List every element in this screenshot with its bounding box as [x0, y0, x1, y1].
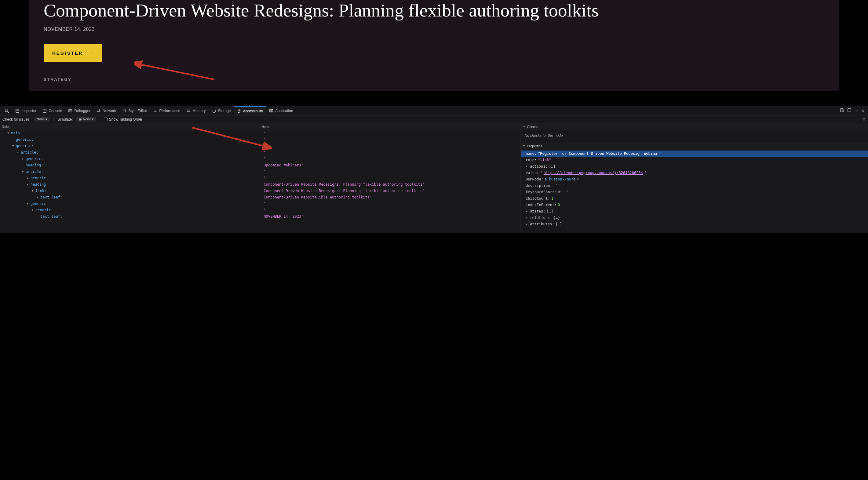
tree-header-name: Name — [260, 125, 521, 129]
property-value[interactable]: value: "https://atendesigngroup.zoom.us/… — [523, 170, 866, 176]
debugger-icon — [68, 109, 72, 113]
tab-debugger[interactable]: Debugger — [65, 106, 93, 115]
tab-console[interactable]: Console — [39, 106, 65, 115]
svg-point-7 — [239, 109, 240, 110]
property-attributes[interactable]: ▶ attributes: {…} — [523, 221, 866, 227]
property-child-count[interactable]: childCount: 1 — [523, 195, 866, 202]
checks-header[interactable]: ▼ Checks — [521, 123, 868, 130]
tab-style-editor[interactable]: Style Editor — [119, 106, 150, 115]
simulate-dropdown[interactable]: ◉ None ▾ — [76, 117, 96, 122]
devtools-tab-bar: Inspector Console Debugger Network Style… — [0, 106, 868, 116]
pick-element-icon — [5, 109, 9, 113]
settings-gear-icon[interactable]: ⚙ — [862, 117, 866, 122]
tree-row[interactable]: ▼article:"" — [0, 168, 521, 175]
checks-none-text: No checks for this node. — [523, 131, 866, 141]
memory-icon — [186, 109, 191, 113]
close-devtools-icon[interactable]: ✕ — [861, 109, 864, 113]
property-name[interactable]: name: "Register for Component Driven Web… — [521, 151, 868, 157]
tab-inspector[interactable]: Inspector — [12, 106, 39, 115]
svg-rect-8 — [270, 109, 271, 110]
simulate-label: Simulate: — [57, 117, 73, 122]
eye-icon: ◉ — [79, 117, 82, 121]
devtools-panel: Inspector Console Debugger Network Style… — [0, 106, 868, 233]
svg-rect-5 — [187, 110, 190, 111]
properties-header[interactable]: ▼ Properties — [521, 142, 868, 149]
accessibility-panels: Role Name ▼main:""generic:""▼generic:""▼… — [0, 123, 868, 233]
arrow-right-icon: → — [87, 50, 94, 56]
svg-rect-12 — [840, 109, 843, 112]
svg-point-6 — [213, 109, 215, 110]
accessibility-icon — [237, 109, 241, 113]
property-relations[interactable]: ▶ relations: {…} — [523, 215, 866, 221]
target-icon[interactable]: ⊙ — [577, 176, 579, 183]
accessibility-toolbar: Check for issues: None ▾ Simulate: ◉ Non… — [0, 116, 868, 123]
svg-rect-14 — [848, 109, 851, 112]
property-description[interactable]: description: "" — [523, 183, 866, 189]
property-states[interactable]: ▶ states: […] — [523, 208, 866, 215]
tab-memory[interactable]: Memory — [183, 106, 209, 115]
storage-icon — [212, 109, 216, 113]
svg-rect-9 — [272, 109, 273, 110]
tab-application[interactable]: Application — [266, 106, 296, 115]
tree-row[interactable]: ▼generic:"" — [0, 143, 521, 149]
application-icon — [269, 109, 273, 113]
network-icon — [96, 109, 101, 113]
tab-network[interactable]: Network — [93, 106, 119, 115]
svg-rect-11 — [272, 111, 273, 112]
check-issues-label: Check for issues: — [2, 117, 31, 122]
style-editor-icon — [122, 109, 126, 113]
tab-storage[interactable]: Storage — [209, 106, 234, 115]
tree-row[interactable]: text leaf:"NOVEMBER 14, 2023" — [0, 214, 521, 220]
check-issues-dropdown[interactable]: None ▾ — [34, 117, 50, 122]
webpage-content: Component-Driven Website Redesigns: Plan… — [29, 0, 839, 91]
tree-row[interactable]: ▼link:"Component-Driven Website Redesign… — [0, 188, 521, 194]
tree-row[interactable]: generic:"" — [0, 136, 521, 143]
tree-header-role: Role — [0, 125, 260, 129]
tree-row[interactable]: ▼article:"" — [0, 149, 521, 156]
responsive-mode-icon[interactable] — [840, 108, 844, 113]
category-label: STRATEGY — [44, 77, 824, 82]
tab-performance[interactable]: Performance — [150, 106, 183, 115]
tree-row[interactable]: ▼heading:"Component-Driven Website Redes… — [0, 181, 521, 188]
tree-row[interactable]: ▶generic:"" — [0, 156, 521, 162]
tree-row[interactable]: ▼main:"" — [0, 130, 521, 136]
svg-rect-2 — [16, 109, 19, 113]
tab-accessibility[interactable]: Accessibility — [234, 106, 266, 115]
register-button-label: REGISTER — [52, 51, 83, 56]
console-icon — [42, 109, 47, 113]
tree-row[interactable]: ▼generic:"" — [0, 201, 521, 207]
page-date: NOVEMBER 14, 2023 — [44, 27, 824, 32]
tree-row[interactable]: ▶generic:"" — [0, 175, 521, 181]
svg-rect-10 — [270, 111, 271, 112]
pick-element-button[interactable] — [2, 106, 12, 115]
checkbox-icon — [104, 118, 107, 121]
property-keyboard-shortcut[interactable]: keyboardShortcut: "" — [523, 189, 866, 195]
property-role[interactable]: role: "link" — [523, 157, 866, 163]
register-button[interactable]: REGISTER → — [44, 44, 102, 62]
property-actions[interactable]: ▶ actions: […] — [523, 163, 866, 170]
more-options-icon[interactable]: ⋯ — [855, 109, 858, 113]
dock-side-icon[interactable] — [847, 108, 851, 113]
inspector-icon — [15, 109, 20, 113]
tree-row[interactable]: ▼generic:"" — [0, 207, 521, 214]
property-index-in-parent[interactable]: indexInParent: 0 — [523, 202, 866, 208]
performance-icon — [153, 109, 157, 113]
property-domnode[interactable]: DOMNode: a.button--more ⊙ — [523, 176, 866, 183]
svg-rect-4 — [69, 109, 72, 112]
accessibility-tree: Role Name ▼main:""generic:""▼generic:""▼… — [0, 123, 521, 233]
tree-row[interactable]: heading:"Upcoming Webinars" — [0, 162, 521, 168]
tree-row[interactable]: ▶text leaf:"Component-Driven Website…ibl… — [0, 194, 521, 201]
page-title: Component-Driven Website Redesigns: Plan… — [44, 0, 824, 21]
accessibility-properties: ▼ Checks No checks for this node. ▼ Prop… — [521, 123, 868, 233]
show-tabbing-order-checkbox[interactable]: Show Tabbing Order — [104, 117, 142, 122]
